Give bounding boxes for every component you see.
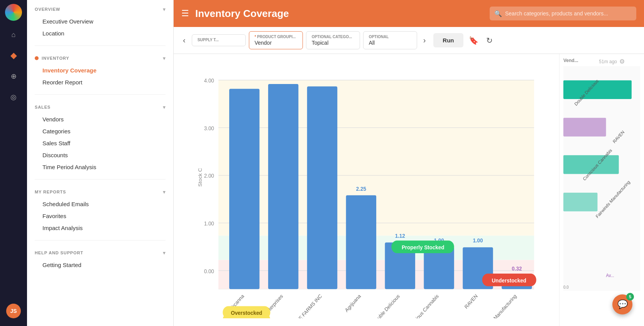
svg-text:Double Delicious: Double Delicious [372, 293, 401, 318]
svg-text:2.00: 2.00 [204, 173, 214, 179]
product-grouping-value: Vendor [255, 40, 297, 46]
filter-optional-category[interactable]: OPTIONAL CATEGO... Topical [306, 31, 360, 49]
svg-text:2.25: 2.25 [356, 186, 366, 192]
menu-icon[interactable]: ☰ [181, 8, 189, 18]
sidebar-item-scheduled-emails[interactable]: Scheduled Emails [35, 198, 166, 210]
optional-category-label: OPTIONAL CATEGO... [312, 35, 354, 39]
page-title: Inventory Coverage [195, 8, 483, 20]
inventory-coverage-label: Inventory Coverage [42, 67, 96, 74]
svg-rect-16 [268, 84, 298, 289]
svg-text:RAVEN: RAVEN [463, 293, 478, 310]
svg-rect-22 [424, 247, 454, 289]
filter-product-grouping[interactable]: * PRODUCT GROUPI... Vendor [249, 31, 303, 49]
svg-text:0.0: 0.0 [563, 285, 569, 290]
my-reports-chevron[interactable]: ▾ [163, 189, 166, 195]
reorder-report-label: Reorder Report [42, 79, 82, 86]
nav-icon-1[interactable]: ⊕ [7, 69, 20, 83]
main-chart: 4.00 3.00 2.00 1.00 0.00 Stock C [174, 54, 559, 326]
inventory-chevron[interactable]: ▾ [163, 55, 166, 61]
diamond-icon[interactable]: ◆ [7, 49, 20, 62]
sidebar-item-reorder-report[interactable]: Reorder Report [35, 76, 166, 88]
inventory-section-title: INVENTORY [42, 56, 69, 60]
filter-bar: ‹ SUPPLY T... * PRODUCT GROUPI... Vendor… [174, 27, 644, 54]
sales-chevron[interactable]: ▾ [163, 104, 166, 110]
sidebar-help-section: HELP AND SUPPORT ▾ Getting Started [27, 244, 173, 274]
overview-chevron[interactable]: ▾ [163, 6, 166, 12]
sidebar-item-sales-staff[interactable]: Sales Staff [35, 137, 166, 149]
svg-text:1.00: 1.00 [473, 237, 483, 244]
nav-icon-2[interactable]: ◎ [7, 90, 20, 104]
svg-rect-15 [229, 89, 259, 289]
refresh-button[interactable]: ↻ [484, 34, 495, 47]
svg-text:1.00: 1.00 [204, 220, 214, 227]
svg-text:0.00: 0.00 [204, 268, 214, 274]
sidebar-overview-section: OVERVIEW ▾ Executive Overview Location [27, 0, 173, 42]
sidebar-item-discounts[interactable]: Discounts [35, 149, 166, 161]
main-content: ☰ Inventory Coverage 🔍 ‹ SUPPLY T... * P… [174, 0, 644, 326]
search-wrap: 🔍 [490, 7, 636, 20]
svg-text:Overstocked: Overstocked [231, 309, 262, 316]
user-avatar[interactable]: JS [6, 304, 21, 318]
filter-prev-button[interactable]: ‹ [180, 34, 189, 46]
svg-text:Conscious Cannabis: Conscious Cannabis [405, 293, 440, 318]
chart-container: 51m ago ⚙ 4.00 3.0 [174, 54, 644, 326]
executive-overview-label: Executive Overview [42, 18, 93, 25]
svg-text:1.12: 1.12 [395, 232, 405, 239]
svg-text:3.00: 3.00 [204, 125, 214, 131]
svg-text:4.00: 4.00 [204, 77, 214, 84]
svg-rect-47 [563, 118, 606, 137]
side-chart-header: Vend... [563, 58, 640, 63]
home-icon[interactable]: ⌂ [7, 28, 20, 42]
product-grouping-label: * PRODUCT GROUPI... [255, 35, 297, 39]
optional-value: All [369, 40, 411, 46]
sidebar-item-favorites[interactable]: Favorites [35, 210, 166, 222]
inventory-dot [35, 56, 39, 60]
sidebar-item-inventory-coverage[interactable]: Inventory Coverage [35, 64, 166, 76]
svg-rect-17 [307, 86, 337, 289]
search-input[interactable] [490, 7, 636, 20]
svg-rect-18 [346, 195, 376, 289]
side-chart: Vend... Double Delicious RAVEN Conscious… [559, 54, 644, 326]
app-logo[interactable] [5, 4, 22, 21]
svg-text:KLARITIE FARMS INC: KLARITIE FARMS INC [285, 293, 323, 318]
filter-optional[interactable]: OPTIONAL All [363, 31, 417, 49]
svg-text:Fairwinds Manufacturing: Fairwinds Manufacturing [477, 293, 518, 318]
svg-rect-49 [563, 193, 597, 212]
help-section-title: HELP AND SUPPORT [35, 250, 83, 255]
svg-text:Understocked: Understocked [492, 277, 526, 284]
optional-category-value: Topical [312, 40, 354, 46]
sidebar-my-reports-section: MY REPORTS ▾ Scheduled Emails Favorites … [27, 183, 173, 237]
help-chevron[interactable]: ▾ [163, 250, 166, 256]
side-chart-svg: Double Delicious RAVEN Conscious Cannabi… [563, 66, 640, 291]
topbar: ☰ Inventory Coverage 🔍 [174, 0, 644, 27]
svg-text:Stock C: Stock C [198, 168, 203, 187]
bar-chart-svg: 4.00 3.00 2.00 1.00 0.00 Stock C [197, 66, 551, 318]
sidebar-item-location[interactable]: Location [35, 27, 166, 39]
svg-text:Agrijuana: Agrijuana [344, 293, 362, 313]
sidebar-item-impact-analysis[interactable]: Impact Analysis [35, 222, 166, 234]
sales-section-title: SALES [35, 105, 51, 109]
sidebar-item-time-period[interactable]: Time Period Analysis [35, 161, 166, 173]
chat-badge: 5 [626, 293, 634, 301]
overview-section-title: OVERVIEW [35, 7, 60, 12]
sidebar-item-categories[interactable]: Categories [35, 125, 166, 137]
location-label: Location [42, 30, 64, 37]
bookmark-button[interactable]: 🔖 [467, 34, 481, 47]
filter-supply-type[interactable]: SUPPLY T... [192, 34, 246, 46]
chat-button[interactable]: 💬 5 [612, 294, 632, 314]
sidebar-item-getting-started[interactable]: Getting Started [35, 259, 166, 271]
sidebar-item-executive-overview[interactable]: Executive Overview [35, 15, 166, 27]
svg-rect-45 [563, 66, 640, 291]
supply-type-label: SUPPLY T... [198, 38, 240, 42]
my-reports-section-title: MY REPORTS [35, 190, 66, 194]
filter-next-button[interactable]: › [420, 34, 429, 46]
sidebar-inventory-section: INVENTORY ▾ Inventory Coverage Reorder R… [27, 49, 173, 91]
svg-text:0.32: 0.32 [512, 266, 522, 272]
run-button[interactable]: Run [433, 33, 463, 47]
sidebar: OVERVIEW ▾ Executive Overview Location I… [27, 0, 174, 326]
svg-text:Av...: Av... [606, 272, 614, 278]
search-icon: 🔍 [494, 10, 502, 17]
sidebar-item-vendors[interactable]: Vendors [35, 113, 166, 125]
icon-bar: ⌂ ◆ ⊕ ◎ JS [0, 0, 27, 326]
optional-label: OPTIONAL [369, 35, 411, 39]
